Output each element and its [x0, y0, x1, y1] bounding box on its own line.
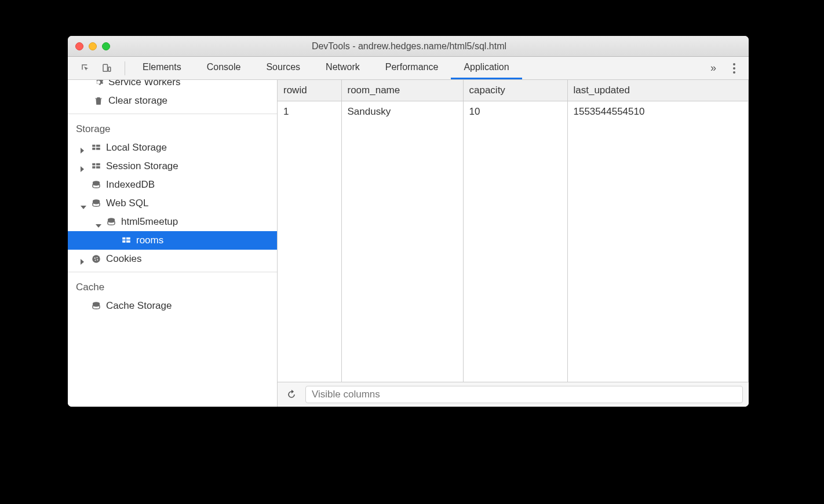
data-footer	[278, 382, 749, 407]
sidebar-item-label: Cookies	[106, 253, 141, 265]
sidebar-item-label: Service Workers	[108, 80, 180, 88]
svg-rect-11	[92, 166, 95, 169]
sidebar-divider	[68, 114, 277, 114]
svg-point-2	[733, 63, 735, 65]
svg-point-20	[92, 255, 100, 263]
column-header-room_name[interactable]: room_name	[341, 80, 463, 101]
sidebar-item-label: Clear storage	[108, 95, 167, 107]
sidebar-item-label: Local Storage	[106, 142, 167, 154]
svg-rect-8	[96, 148, 100, 150]
trash-icon	[93, 96, 104, 106]
sidebar-item-database[interactable]: html5meetup	[68, 213, 277, 231]
devtools-toolbar: Elements Console Sources Network Perform…	[68, 57, 749, 80]
svg-point-23	[97, 259, 98, 260]
disclosure-triangle-icon[interactable]	[81, 145, 86, 151]
sidebar-item-label: Web SQL	[106, 198, 148, 209]
device-toggle-icon[interactable]	[98, 60, 115, 76]
disclosure-triangle-icon[interactable]	[81, 163, 86, 169]
sidebar-item-label: rooms	[136, 235, 163, 246]
svg-rect-17	[126, 238, 130, 240]
database-icon	[91, 301, 101, 311]
table-icon	[91, 143, 101, 153]
cell-last_updated: 1553544554510	[567, 101, 749, 139]
svg-point-3	[733, 67, 735, 70]
svg-point-22	[97, 257, 98, 258]
sidebar-divider	[68, 272, 277, 272]
svg-rect-19	[126, 240, 130, 243]
gear-icon	[93, 80, 104, 87]
svg-rect-18	[122, 240, 125, 243]
sidebar-item-indexeddb[interactable]: IndexedDB	[68, 176, 277, 194]
column-header-last_updated[interactable]: last_updated	[567, 80, 749, 101]
close-window-button[interactable]	[75, 42, 83, 50]
sidebar-item-service-workers[interactable]: Service Workers	[68, 80, 277, 92]
inspect-element-icon[interactable]	[77, 60, 94, 76]
database-icon	[91, 198, 101, 209]
sidebar-item-label: IndexedDB	[106, 179, 155, 191]
table-row[interactable]: 1 Sandusky 10 1553544554510	[278, 101, 749, 139]
tab-performance[interactable]: Performance	[373, 57, 451, 79]
zoom-window-button[interactable]	[102, 42, 110, 50]
web-sql-table: rowid room_name capacity last_updated 1 …	[278, 80, 749, 382]
sidebar-item-local-storage[interactable]: Local Storage	[68, 138, 277, 157]
svg-rect-5	[92, 145, 95, 147]
database-icon	[91, 180, 101, 190]
svg-rect-0	[103, 64, 108, 71]
sidebar-item-session-storage[interactable]: Session Storage	[68, 157, 277, 176]
sidebar-item-label: Session Storage	[106, 160, 178, 172]
refresh-icon	[286, 389, 297, 400]
svg-point-21	[94, 257, 96, 258]
tab-network[interactable]: Network	[313, 57, 373, 79]
sidebar-item-cookies[interactable]: Cookies	[68, 250, 277, 268]
sidebar-section-storage: Storage	[68, 118, 277, 138]
minimize-window-button[interactable]	[89, 42, 97, 50]
toolbar-tabs: Elements Console Sources Network Perform…	[130, 57, 702, 79]
devtools-body: Service Workers Clear storage Storage Lo…	[68, 80, 749, 407]
svg-rect-16	[122, 238, 125, 240]
table-filler	[278, 138, 749, 382]
tabs-overflow-button[interactable]: »	[702, 62, 724, 74]
devtools-window: DevTools - andrew.hedges.name/html5/sql.…	[68, 36, 749, 407]
column-header-rowid[interactable]: rowid	[278, 80, 341, 101]
window-titlebar: DevTools - andrew.hedges.name/html5/sql.…	[68, 36, 749, 57]
tab-console[interactable]: Console	[194, 57, 254, 79]
application-sidebar: Service Workers Clear storage Storage Lo…	[68, 80, 278, 407]
tab-elements[interactable]: Elements	[130, 57, 194, 79]
column-header-capacity[interactable]: capacity	[463, 80, 567, 101]
table-header-row: rowid room_name capacity last_updated	[278, 80, 749, 101]
svg-point-4	[733, 71, 735, 74]
disclosure-triangle-icon[interactable]	[81, 256, 86, 262]
svg-rect-6	[96, 145, 100, 147]
toolbar-menu-button[interactable]	[724, 63, 744, 74]
sidebar-item-table-rooms[interactable]: rooms	[68, 231, 277, 250]
table-area: rowid room_name capacity last_updated 1 …	[278, 80, 749, 382]
sidebar-item-label: Cache Storage	[106, 300, 172, 312]
database-icon	[106, 217, 116, 227]
refresh-button[interactable]	[283, 386, 300, 403]
sidebar-item-label: html5meetup	[121, 216, 178, 228]
cell-rowid: 1	[278, 101, 341, 139]
visible-columns-input[interactable]	[305, 386, 743, 403]
table-icon	[121, 235, 132, 246]
disclosure-triangle-icon[interactable]	[96, 219, 101, 225]
sidebar-item-clear-storage[interactable]: Clear storage	[68, 92, 277, 110]
sidebar-item-cache-storage[interactable]: Cache Storage	[68, 297, 277, 315]
window-title: DevTools - andrew.hedges.name/html5/sql.…	[110, 41, 749, 52]
svg-point-24	[95, 260, 96, 261]
cookie-icon	[91, 254, 101, 264]
cell-room_name: Sandusky	[341, 101, 463, 139]
tab-sources[interactable]: Sources	[253, 57, 313, 79]
sidebar-item-web-sql[interactable]: Web SQL	[68, 194, 277, 213]
disclosure-triangle-icon[interactable]	[81, 200, 86, 206]
svg-rect-1	[108, 67, 111, 71]
svg-rect-7	[92, 148, 95, 150]
svg-rect-12	[96, 166, 100, 169]
sidebar-section-cache: Cache	[68, 276, 277, 297]
toolbar-separator	[125, 61, 125, 75]
svg-rect-9	[92, 163, 95, 166]
svg-rect-10	[96, 163, 100, 166]
tab-application[interactable]: Application	[451, 57, 522, 79]
data-panel: rowid room_name capacity last_updated 1 …	[278, 80, 749, 407]
table-icon	[91, 161, 101, 171]
window-controls	[68, 42, 110, 50]
